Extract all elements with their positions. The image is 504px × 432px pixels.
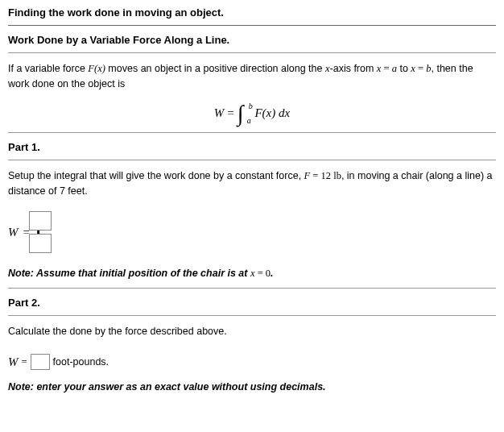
math-W: W xyxy=(8,226,19,239)
text: -axis from xyxy=(330,63,377,74)
text: Note: Assume that initial position of th… xyxy=(8,268,250,279)
part2-calc-text: Calculate the done by the force describe… xyxy=(8,316,496,347)
text: = xyxy=(381,63,391,74)
force-value: 12 lb xyxy=(321,170,341,181)
part2-answer-line: W = foot-pounds. xyxy=(8,347,496,376)
distance-value: 7 xyxy=(60,185,65,197)
text: If a variable force xyxy=(8,63,88,74)
work-formula: W = ∫ b a F(x) dx xyxy=(8,100,496,133)
integrand-x: (x) xyxy=(262,106,276,119)
text: . xyxy=(271,268,273,279)
page-title: Finding the work done in moving an objec… xyxy=(8,6,496,26)
theory-heading: Work Done by a Variable Force Along a Li… xyxy=(8,26,496,53)
text: Setup the integral that will give the wo… xyxy=(8,170,304,181)
text: = xyxy=(255,268,266,279)
text: = xyxy=(415,63,426,74)
text: = xyxy=(310,170,320,181)
work-answer-input[interactable] xyxy=(31,354,50,370)
upper-limit: b xyxy=(249,103,253,110)
upper-limit-input[interactable] xyxy=(29,211,52,231)
text: moves an object in a positive direction … xyxy=(105,63,325,74)
equals-sign: = xyxy=(227,106,233,120)
part1-integral-input: W = ∫ xyxy=(8,206,496,268)
part1-heading: Part 1. xyxy=(8,133,496,160)
units-label: foot-pounds. xyxy=(53,356,109,368)
equals-sign: = xyxy=(22,356,27,368)
integrand-F: F xyxy=(254,106,262,119)
part1-note: Note: Assume that initial position of th… xyxy=(8,268,496,289)
part2-heading: Part 2. xyxy=(8,289,496,316)
theory-intro: If a variable force F(x) moves an object… xyxy=(8,53,496,100)
integral-icon: ∫ b a xyxy=(238,105,244,123)
part2-note: Note: enter your answer as an exact valu… xyxy=(8,376,496,394)
math-W: W xyxy=(8,355,19,369)
text: feet. xyxy=(65,185,88,197)
part1-setup: Setup the integral that will give the wo… xyxy=(8,160,496,207)
text: to xyxy=(397,63,411,74)
math-fx: F(x) xyxy=(88,63,105,74)
lower-limit-input[interactable] xyxy=(29,234,52,253)
dx-x: x xyxy=(285,106,291,119)
math-W: W xyxy=(214,106,225,120)
lower-limit: a xyxy=(247,118,251,124)
dx-d: d xyxy=(275,106,284,119)
